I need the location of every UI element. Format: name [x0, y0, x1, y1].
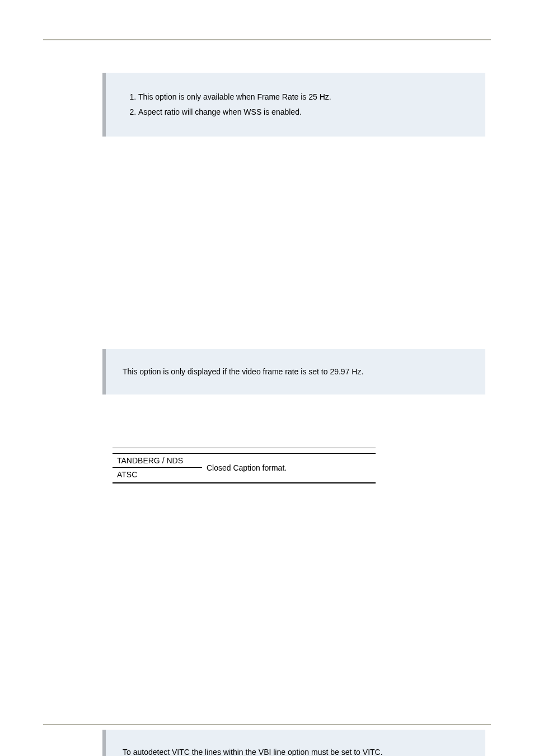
note-list-item: Aspect ratio will change when WSS is ena… — [138, 105, 474, 120]
table-row: TANDBERG / NDS ATSC Closed Caption forma… — [113, 454, 376, 481]
note-list: This option is only available when Frame… — [138, 90, 474, 120]
table-cell: Closed Caption format. — [202, 454, 376, 481]
content-area: This option is only available when Frame… — [102, 73, 485, 756]
note-box-3: To autodetect VITC the lines within the … — [102, 730, 485, 756]
table-rule — [113, 448, 376, 453]
note-text: To autodetect VITC the lines within the … — [123, 746, 474, 756]
table-cell: TANDBERG / NDS — [113, 454, 202, 468]
table-cell: ATSC — [113, 468, 202, 481]
note-list-item: This option is only available when Frame… — [138, 90, 474, 105]
note-text: This option is only displayed if the vid… — [123, 366, 474, 378]
top-rule — [43, 39, 491, 40]
table-col-left: TANDBERG / NDS ATSC — [113, 454, 202, 481]
note-box-1: This option is only available when Frame… — [102, 73, 485, 137]
spacer — [102, 406, 485, 448]
spacer — [102, 148, 485, 349]
note-box-2: This option is only displayed if the vid… — [102, 349, 485, 395]
bottom-rule — [43, 724, 491, 725]
spacer — [102, 483, 485, 730]
closed-caption-table: TANDBERG / NDS ATSC Closed Caption forma… — [113, 448, 376, 483]
